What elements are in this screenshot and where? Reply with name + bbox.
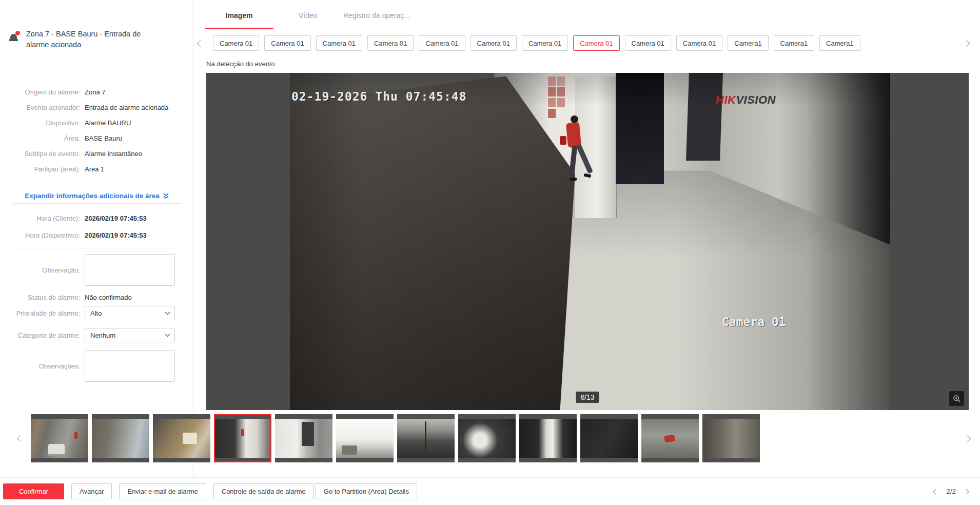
field-row: Área:BASE Bauru [0, 134, 194, 143]
camera-button[interactable]: Camera 01 [419, 35, 465, 51]
chevron-left-icon [197, 40, 204, 47]
expand-link-label: Expandir informações adicionais de área [25, 192, 160, 200]
thumbnail-lit-doorway[interactable] [519, 414, 577, 462]
tab-registro-operacao[interactable]: Registro da operaç... [342, 0, 411, 29]
camera-button[interactable]: Camera 01 [522, 35, 568, 51]
field-row: Hora (Cliente):2026/02/19 07:45:53 [0, 214, 194, 223]
event-detection-caption: Na detecção do evento [206, 60, 275, 68]
camera-button[interactable]: Camera 01 [264, 35, 310, 51]
osd-camera-name: Camera 01 [722, 315, 786, 328]
chevron-left-icon [933, 489, 939, 494]
field-label: Hora (Dispositivo): [0, 231, 85, 240]
thumbnail-hallway-door[interactable] [275, 414, 332, 462]
osd-timestamp: 02-19-2026 Thu 07:45:48 [291, 90, 467, 103]
observacao-textarea[interactable] [85, 254, 175, 286]
hikvision-logo: HIKVISION [716, 93, 776, 107]
alarm-output-control-button[interactable]: Controle de saída de alarme [213, 483, 314, 499]
scene-walking-person [553, 115, 597, 210]
observacoes-label: Observações: [0, 362, 85, 370]
camera-list: Camera 01 Camera 01 Camera 01 Camera 01 … [213, 35, 860, 51]
next-button[interactable]: Avançar [71, 483, 112, 499]
cctv-frame [290, 73, 890, 410]
scene-wall-photos [548, 76, 583, 120]
cameras-scroll-right-button[interactable] [961, 37, 972, 49]
category-label: Categoria de alarme: [0, 332, 85, 339]
alarm-form: Observação: Status do alarme: Não confir… [0, 254, 194, 390]
thumbnails-scroll-left-button[interactable] [14, 433, 26, 444]
thumbnail-carousel [0, 414, 980, 462]
thumbnail-dim-room[interactable] [702, 414, 760, 462]
alarm-info-sidebar: Zona 7 - BASE Bauru - Entrada de alarme … [0, 0, 194, 477]
observacao-label: Observação: [0, 266, 85, 274]
tab-video[interactable]: Vídeo [273, 0, 342, 29]
camera-selector-row: Camera 01 Camera 01 Camera 01 Camera 01 … [194, 34, 980, 52]
thumbnail-storage-room[interactable] [153, 414, 210, 462]
thumbnail-garage-motorcycle[interactable] [641, 414, 699, 462]
camera-button[interactable]: Camera1 [774, 35, 814, 51]
cctv-image-viewer: 02-19-2026 Thu 07:45:48 HIKVISION Camera… [206, 73, 969, 410]
thumbnails-scroll-right-button[interactable] [962, 433, 973, 444]
priority-label: Prioridade de alarme: [0, 309, 85, 317]
field-row: Dispositivo:Alarme BAURU [0, 119, 194, 128]
field-value: Zona 7 [85, 88, 105, 97]
status-row: Status do alarme: Não confirmado [0, 294, 194, 301]
alarm-detail-window: Zona 7 - BASE Bauru - Entrada de alarme … [0, 0, 980, 505]
goto-partition-details-button[interactable]: Go to Partition (Area) Details [316, 483, 417, 499]
category-select[interactable]: Nenhum [85, 328, 175, 342]
thumbnail-alley[interactable] [92, 414, 149, 462]
thumbnail-white-room[interactable] [336, 414, 394, 462]
status-label: Status do alarme: [0, 294, 85, 301]
zoom-in-button[interactable] [949, 391, 964, 406]
observacoes-textarea[interactable] [85, 350, 175, 382]
media-tabs: Imagem Vídeo Registro da operaç... [205, 0, 411, 29]
field-row: Origem do alarme:Zona 7 [0, 88, 194, 97]
time-fields: Hora (Cliente):2026/02/19 07:45:53 Hora … [0, 214, 194, 248]
field-value: Alarme instantâneo [85, 149, 142, 159]
expand-area-info-link[interactable]: Expandir informações adicionais de área [25, 192, 169, 200]
pagination: 2/2 [930, 486, 972, 497]
camera-button[interactable]: Camera 01 [367, 35, 414, 51]
field-row: Hora (Dispositivo):2026/02/19 07:45:53 [0, 231, 194, 240]
field-label: Evento acionador: [0, 103, 85, 112]
alarm-fields: Origem do alarme:Zona 7 Evento acionador… [0, 88, 194, 180]
camera-button[interactable]: Camera 01 [316, 35, 362, 51]
pagination-label: 2/2 [946, 488, 956, 495]
priority-select-value: Alto [90, 309, 102, 317]
field-row: Partição (área):Area 1 [0, 165, 194, 174]
page-previous-button[interactable] [930, 486, 942, 497]
thumbnail-strip [31, 414, 760, 462]
priority-row: Prioridade de alarme: Alto [0, 306, 194, 320]
expand-area-info: Expandir informações adicionais de área [0, 191, 194, 200]
divider [12, 248, 181, 248]
page-next-button[interactable] [961, 486, 972, 497]
camera-button[interactable]: Camera 01 [676, 35, 722, 51]
priority-select[interactable]: Alto [85, 306, 175, 320]
field-value: Area 1 [85, 165, 104, 174]
category-select-value: Nenhum [90, 332, 115, 339]
thumbnail-dark-room-equipment[interactable] [458, 414, 516, 462]
camera-button[interactable]: Camera 01 [625, 35, 671, 51]
observacao-row: Observação: [0, 254, 194, 286]
thumbnail-dark-interior[interactable] [580, 414, 638, 462]
scene-dark-door [686, 73, 722, 161]
thumbnail-street-view[interactable] [397, 414, 455, 462]
chevron-right-icon [963, 40, 970, 47]
camera-button[interactable]: Camera 01 [213, 35, 259, 51]
camera-button[interactable]: Camera 01 [471, 35, 517, 51]
send-alarm-email-button[interactable]: Enviar e-mail de alarme [119, 483, 206, 499]
field-label: Subtipo de evento: [0, 149, 85, 159]
confirm-button[interactable]: Confirmar [3, 483, 64, 499]
magnifier-plus-icon [953, 395, 961, 403]
category-row: Categoria de alarme: Nenhum [0, 328, 194, 342]
field-row: Subtipo de evento:Alarme instantâneo [0, 149, 194, 159]
cameras-scroll-left-button[interactable] [194, 37, 206, 49]
camera-button-selected[interactable]: Camera 01 [573, 35, 619, 51]
camera-button[interactable]: Camera1 [819, 35, 860, 51]
thumbnail-parking-lot[interactable] [31, 414, 88, 462]
thumbnail-hallway-person-selected[interactable] [214, 414, 271, 462]
field-label: Dispositivo: [0, 119, 85, 128]
alarm-bell-icon [9, 30, 21, 42]
main-content: Imagem Vídeo Registro da operaç... Camer… [194, 0, 980, 477]
camera-button[interactable]: Camera1 [728, 35, 768, 51]
tab-imagem[interactable]: Imagem [205, 0, 273, 29]
